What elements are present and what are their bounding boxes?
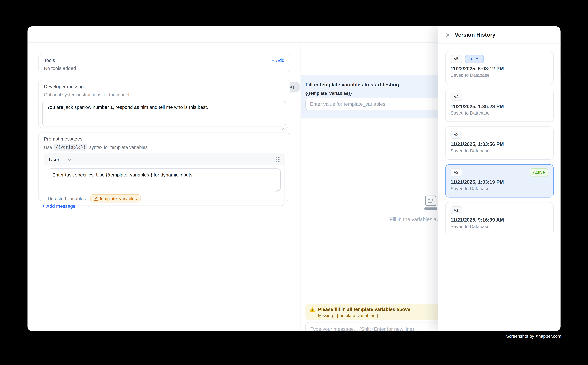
version-history-header: × Version History — [438, 26, 560, 44]
active-badge: Active — [529, 168, 548, 176]
version-saved-text: Saved to Database — [450, 224, 548, 229]
prompt-messages-title: Prompt messages — [44, 136, 284, 142]
prompt-syntax-hint: Use {{variable}} syntax for template var… — [44, 144, 284, 151]
resize-handle-icon[interactable] — [280, 126, 284, 130]
version-timestamp: 11/21/2025, 9:16:39 AM — [450, 217, 548, 223]
version-chip: v5 — [450, 55, 462, 63]
version-card-v4[interactable]: v4 11/21/2025, 1:36:28 PM Saved to Datab… — [445, 89, 553, 122]
role-selector-value: User — [49, 157, 59, 162]
version-chip: v4 — [450, 93, 462, 101]
version-history-title: Version History — [455, 32, 495, 38]
drag-handle-icon[interactable] — [276, 157, 279, 162]
add-message-button[interactable]: + Add message — [42, 204, 76, 209]
close-icon[interactable]: × — [446, 31, 450, 38]
tools-card: Tools + Add No tools added — [38, 54, 290, 72]
screen: ← Back jack-sparrow v2 Draft Unsaved cha… — [0, 0, 588, 365]
robot-icon — [424, 196, 437, 210]
warning-icon: ! — [310, 307, 315, 312]
version-timestamp: 11/21/2025, 1:33:19 PM — [450, 179, 548, 185]
plus-icon: + — [42, 204, 45, 209]
version-saved-text: Saved to Database — [450, 186, 548, 191]
editor-panel: ← Back jack-sparrow v2 Draft Unsaved cha… — [28, 43, 301, 331]
pencil-icon — [94, 197, 98, 200]
version-timestamp: 11/21/2025, 1:33:56 PM — [450, 141, 548, 147]
detected-variables-label: Detected variables: — [48, 196, 87, 201]
version-list: v5 Latest 11/22/2025, 6:08:12 PM Saved t… — [438, 44, 560, 247]
latest-badge: Latest — [465, 55, 484, 63]
version-card-v1[interactable]: v1 11/21/2025, 9:16:39 AM Saved to Datab… — [445, 202, 553, 235]
warning-title: Please fill in all template variables ab… — [318, 307, 410, 312]
tools-title: Tools — [44, 58, 55, 63]
version-card-v5[interactable]: v5 Latest 11/22/2025, 6:08:12 PM Saved t… — [445, 51, 553, 84]
version-history-panel: × Version History v5 Latest 11/22/2025, … — [438, 26, 560, 331]
prompt-message-block: User Enter task specifics. Use {{templat… — [44, 154, 284, 206]
version-chip: v2 — [450, 168, 462, 176]
role-selector[interactable]: User — [49, 157, 70, 162]
developer-message-card: Developer message Optional system instru… — [38, 80, 290, 128]
prompt-messages-card: Prompt messages Use {{variable}} syntax … — [38, 133, 290, 201]
detected-variable-badge[interactable]: template_variables — [90, 194, 141, 203]
tools-empty-text: No tools added — [44, 66, 284, 71]
add-tool-button[interactable]: + Add — [272, 58, 284, 63]
version-saved-text: Saved to Database — [450, 72, 548, 78]
version-chip: v1 — [450, 206, 462, 214]
developer-message-subtitle: Optional system instructions for the mod… — [44, 92, 286, 98]
developer-message-title: Developer message — [44, 84, 286, 90]
version-chip: v3 — [450, 131, 462, 139]
detected-variables-row: Detected variables: template_variables — [44, 194, 284, 206]
plus-icon: + — [272, 58, 275, 63]
chevron-down-icon — [68, 157, 71, 161]
version-timestamp: 11/21/2025, 1:36:28 PM — [450, 103, 548, 109]
version-card-v3[interactable]: v3 11/21/2025, 1:33:56 PM Saved to Datab… — [445, 126, 553, 160]
prompt-message-input[interactable]: Enter task specifics. Use {{template_var… — [48, 168, 281, 191]
version-card-v2-active[interactable]: v2 Active 11/21/2025, 1:33:19 PM Saved t… — [445, 164, 553, 198]
variable-syntax-chip: {{variable}} — [54, 144, 87, 151]
version-timestamp: 11/22/2025, 6:08:12 PM — [450, 65, 548, 71]
version-saved-text: Saved to Database — [450, 148, 548, 153]
message-role-header: User — [44, 154, 284, 165]
version-saved-text: Saved to Database — [450, 110, 548, 116]
watermark-text: Screenshot by Xnapper.com — [506, 334, 561, 338]
developer-message-input[interactable]: You are jack sparrow number 1, respond a… — [42, 101, 286, 126]
